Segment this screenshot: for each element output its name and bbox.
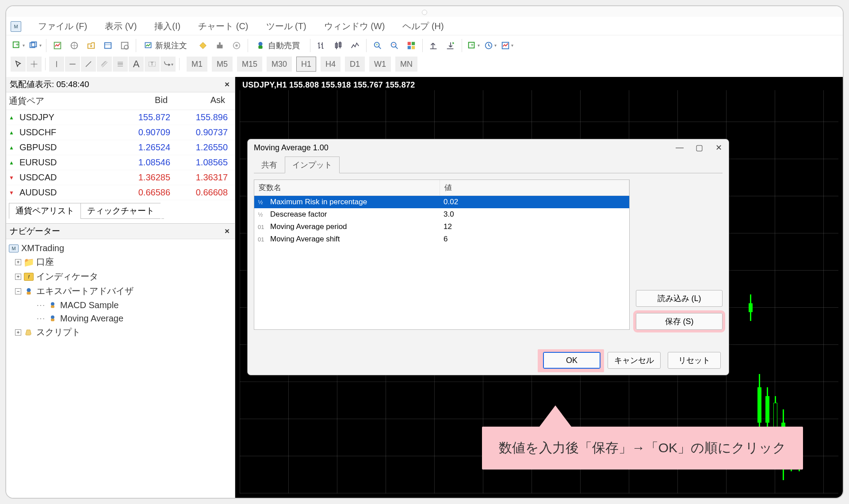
mw-row-gbpusd[interactable]: ▲GBPUSD1.265241.26550: [6, 140, 235, 155]
timeframe-d1[interactable]: D1: [345, 57, 365, 72]
profiles-button[interactable]: ▾: [27, 38, 42, 53]
crosshair-tool[interactable]: [27, 57, 42, 72]
input-value[interactable]: 3.0: [440, 208, 629, 221]
tree-experts[interactable]: − エキスパートアドバイザ: [8, 284, 233, 298]
strategy-tester-toggle[interactable]: [117, 38, 132, 53]
market-watch-toggle[interactable]: [50, 38, 65, 53]
equidistant-channel-tool[interactable]: [97, 57, 112, 72]
cursor-tool[interactable]: [11, 57, 26, 72]
input-value[interactable]: 0.02: [440, 196, 629, 208]
fibonacci-tool[interactable]: [113, 57, 128, 72]
menu-tools[interactable]: ツール (T): [257, 19, 315, 33]
dialog-titlebar[interactable]: Moving Average 1.00 — ▢ ✕: [248, 139, 729, 156]
input-row[interactable]: ½Maximum Risk in percentage0.02: [254, 196, 629, 208]
metaeditor-button[interactable]: [195, 38, 210, 53]
mw-col-ask[interactable]: Ask: [168, 95, 225, 107]
navigator-title: ナビゲーター: [10, 225, 60, 237]
text-tool[interactable]: A: [129, 57, 144, 72]
timeframe-w1[interactable]: W1: [369, 57, 391, 72]
input-value[interactable]: 12: [440, 221, 629, 233]
menu-help[interactable]: ヘルプ (H): [394, 19, 452, 33]
input-row[interactable]: 01Moving Average shift6: [254, 233, 629, 245]
inputs-col-value[interactable]: 値: [440, 180, 629, 195]
dialog-tab-common[interactable]: 共有: [254, 157, 285, 173]
periodicity-button[interactable]: ▾: [482, 38, 497, 53]
market-watch-close-icon[interactable]: ×: [223, 80, 231, 89]
tree-accounts[interactable]: + 📁 口座: [8, 255, 233, 269]
fullscreen-button[interactable]: [229, 38, 244, 53]
options-button[interactable]: [212, 38, 227, 53]
menu-window[interactable]: ウィンドウ (W): [315, 19, 394, 33]
new-chart-button[interactable]: +▾: [11, 38, 26, 53]
mw-row-eurusd[interactable]: ▲EURUSD1.085461.08565: [6, 155, 235, 170]
mw-row-usdchf[interactable]: ▲USDCHF0.907090.90737: [6, 125, 235, 140]
dialog-maximize-icon[interactable]: ▢: [695, 143, 703, 153]
input-value[interactable]: 6: [440, 233, 629, 245]
zoom-in-button[interactable]: +: [370, 38, 385, 53]
timeframe-m1[interactable]: M1: [187, 57, 207, 72]
dialog-footer: OK キャンセル リセット: [543, 352, 721, 369]
inputs-col-name[interactable]: 変数名: [254, 180, 440, 195]
menu-view[interactable]: 表示 (V): [96, 19, 145, 33]
mw-row-usdcad[interactable]: ▼USDCAD1.362851.36317: [6, 170, 235, 185]
ok-button[interactable]: OK: [543, 352, 600, 369]
mw-tab-symbols[interactable]: 通貨ペアリスト: [9, 203, 80, 219]
mw-col-bid[interactable]: Bid: [110, 95, 168, 107]
terminal-toggle[interactable]: [100, 38, 115, 53]
arrows-tool[interactable]: ▾: [161, 57, 176, 72]
timeframe-h1[interactable]: H1: [296, 57, 316, 72]
templates-button[interactable]: ▾: [499, 38, 514, 53]
inputs-table[interactable]: 変数名 値 ½Maximum Risk in percentage0.02½De…: [254, 179, 630, 330]
left-pane: 気配値表示: 05:48:40 × 通貨ペア Bid Ask ▲USDJPY15…: [6, 77, 235, 498]
tree-ea-macd[interactable]: ⋯ MACD Sample: [8, 298, 233, 312]
save-button[interactable]: 保存 (S): [636, 313, 723, 330]
tile-windows-button[interactable]: [404, 38, 419, 53]
tree-ea-ma[interactable]: ⋯ Moving Average: [8, 312, 233, 325]
new-order-button[interactable]: 新規注文: [140, 38, 194, 53]
timeframe-mn[interactable]: MN: [395, 57, 417, 72]
mw-col-pair[interactable]: 通貨ペア: [9, 95, 110, 107]
expand-icon[interactable]: +: [15, 274, 21, 280]
expand-icon[interactable]: +: [15, 259, 21, 265]
tree-scripts[interactable]: + スクリプト: [8, 325, 233, 340]
chart-shift-button[interactable]: [443, 38, 458, 53]
expand-icon[interactable]: +: [15, 329, 21, 336]
indicators-button[interactable]: +▾: [466, 38, 481, 53]
zoom-out-button[interactable]: −: [387, 38, 402, 53]
candle-chart-button[interactable]: [331, 38, 346, 53]
timeframe-m5[interactable]: M5: [212, 57, 233, 72]
dialog-tab-inputs[interactable]: インプット: [285, 157, 340, 173]
vertical-line-tool[interactable]: [49, 57, 64, 72]
mw-row-usdjpy[interactable]: ▲USDJPY155.872155.896: [6, 110, 235, 125]
dialog-close-icon[interactable]: ✕: [715, 143, 723, 153]
line-chart-button[interactable]: [348, 38, 363, 53]
dialog-minimize-icon[interactable]: —: [676, 143, 684, 153]
auto-scroll-button[interactable]: [426, 38, 441, 53]
timeframe-m30[interactable]: M30: [267, 57, 292, 72]
menu-insert[interactable]: 挿入(I): [145, 19, 189, 33]
trendline-tool[interactable]: [81, 57, 96, 72]
tree-root[interactable]: M XMTrading: [8, 242, 233, 255]
text-label-tool[interactable]: T: [145, 57, 160, 72]
timeframe-group: M1 M5 M15 M30 H1 H4 D1 W1 MN: [187, 57, 417, 72]
auto-trade-button[interactable]: 自動売買: [252, 38, 306, 53]
timeframe-m15[interactable]: M15: [237, 57, 262, 72]
timeframe-h4[interactable]: H4: [321, 57, 340, 72]
tree-indicators[interactable]: + f インディケータ: [8, 269, 233, 284]
reset-button[interactable]: リセット: [668, 352, 721, 369]
collapse-icon[interactable]: −: [15, 288, 21, 294]
mw-row-audusd[interactable]: ▼AUDUSD0.665860.66608: [6, 185, 235, 200]
load-button[interactable]: 読み込み (L): [636, 290, 723, 307]
cancel-button[interactable]: キャンセル: [608, 352, 661, 369]
bid-value: 0.90709: [113, 127, 170, 137]
input-row[interactable]: 01Moving Average period12: [254, 221, 629, 233]
menu-file[interactable]: ファイル (F): [29, 19, 96, 33]
navigator-toggle[interactable]: ★: [84, 38, 99, 53]
mw-tab-tick[interactable]: ティックチャート: [80, 203, 161, 219]
horizontal-line-tool[interactable]: [65, 57, 80, 72]
data-window-toggle[interactable]: [67, 38, 82, 53]
menu-chart[interactable]: チャート (C): [189, 19, 257, 33]
bar-chart-button[interactable]: [314, 38, 329, 53]
input-row[interactable]: ½Descrease factor3.0: [254, 208, 629, 221]
navigator-close-icon[interactable]: ×: [223, 226, 231, 236]
